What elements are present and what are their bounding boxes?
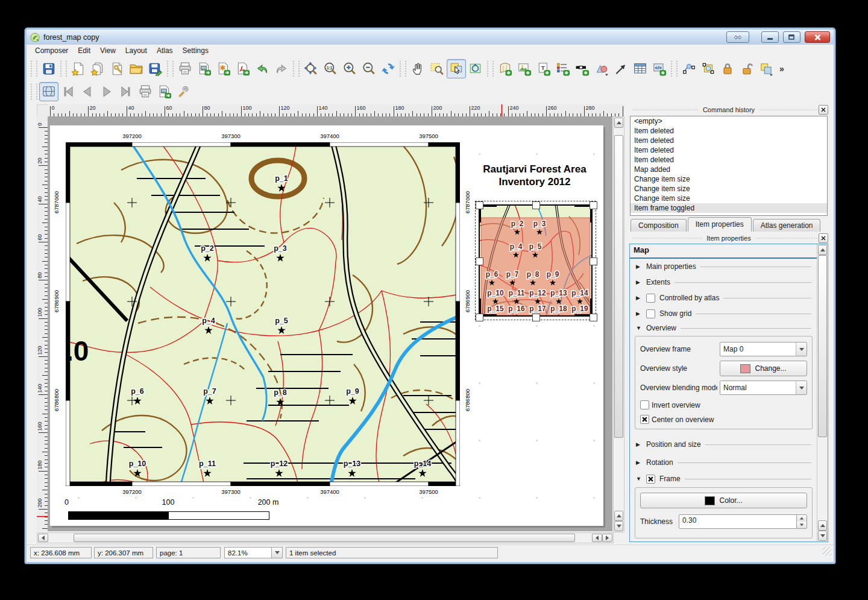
vertical-scroll-thumb[interactable] <box>614 135 623 438</box>
center-on-overview-checkbox[interactable] <box>640 415 649 424</box>
panel-scroll-thumb[interactable] <box>818 255 827 437</box>
tab-composition[interactable]: Composition <box>631 219 687 232</box>
selection-handle[interactable] <box>532 201 540 209</box>
more-toolbars-button[interactable]: » <box>776 64 788 74</box>
section-main-properties[interactable]: ▶ Main properties <box>630 259 817 274</box>
panel-scroll-down-button[interactable] <box>818 531 827 541</box>
dock-toggle-button[interactable] <box>726 31 749 43</box>
move-item-content-button[interactable] <box>466 59 485 78</box>
section-frame[interactable]: ▼ Frame <box>630 472 817 486</box>
group-items-button[interactable] <box>756 59 776 78</box>
redo-button[interactable] <box>272 59 291 78</box>
previous-feature-button[interactable] <box>78 82 97 101</box>
refresh-view-button[interactable] <box>379 59 398 78</box>
first-feature-button[interactable] <box>58 82 78 101</box>
add-new-scalebar-button[interactable] <box>573 59 592 78</box>
edit-nodes-item-button[interactable] <box>699 59 718 78</box>
command-history-close-icon[interactable] <box>819 105 828 115</box>
history-item[interactable]: Item deleted <box>631 155 827 165</box>
export-as-pdf-button[interactable] <box>233 59 253 78</box>
controlled-by-atlas-checkbox[interactable] <box>646 294 655 303</box>
zoom-in-button[interactable] <box>340 59 359 78</box>
history-item[interactable]: <empty> <box>631 116 827 126</box>
add-arrow-button[interactable] <box>611 59 631 78</box>
item-properties-close-icon[interactable] <box>819 233 828 243</box>
add-attribute-table-button[interactable] <box>631 59 650 78</box>
composition-manager-button[interactable] <box>107 59 127 78</box>
zoom-full-button[interactable] <box>301 59 321 78</box>
section-rotation[interactable]: ▶ Rotation <box>630 453 817 472</box>
zoom-region-button[interactable] <box>427 59 447 78</box>
atlas-settings-button[interactable] <box>174 82 193 101</box>
new-composition-button[interactable] <box>69 59 88 78</box>
scroll-down-button[interactable] <box>614 521 623 531</box>
print-button[interactable] <box>175 59 195 78</box>
section-position-and-size[interactable]: ▶ Position and size <box>630 435 817 453</box>
history-item[interactable]: Item deleted <box>631 145 827 155</box>
pan-button[interactable] <box>408 59 427 78</box>
export-as-image-button[interactable] <box>195 59 214 78</box>
command-history-titlebar[interactable]: Command history <box>628 104 829 115</box>
spin-up-icon[interactable] <box>797 515 807 522</box>
toolbar-grip[interactable] <box>400 61 406 77</box>
export-atlas-as-image-button[interactable] <box>155 82 174 101</box>
zoom-level-combobox[interactable]: 82.1% <box>224 547 283 558</box>
toolbar-grip[interactable] <box>60 61 67 77</box>
selection-handle[interactable] <box>476 201 483 209</box>
minimize-button[interactable] <box>761 31 779 43</box>
main-map-item[interactable]: .0 p_1p_1p_2p_2p_3p_3p_4p_4p_5p_5p_6p_6p… <box>66 142 460 486</box>
history-item[interactable]: Map added <box>631 165 827 174</box>
command-history-list[interactable]: <empty>Item deletedItem deletedItem dele… <box>630 116 828 216</box>
print-atlas-button[interactable] <box>136 82 155 101</box>
menu-composer[interactable]: Composer <box>30 45 73 56</box>
scroll-up-button-2[interactable] <box>614 511 623 521</box>
history-item[interactable]: Change item size <box>631 174 827 184</box>
duplicate-composition-button[interactable] <box>88 59 107 78</box>
toolbar-grip[interactable] <box>31 84 37 99</box>
last-feature-button[interactable] <box>116 82 136 101</box>
section-overview[interactable]: ▼ Overview <box>630 321 817 335</box>
section-controlled-by-atlas[interactable]: ▶ Controlled by atlas <box>630 290 817 306</box>
horizontal-scrollbar[interactable] <box>37 532 614 543</box>
title-bar[interactable]: forest_map copy <box>27 30 834 45</box>
history-item[interactable]: Item deleted <box>631 126 827 136</box>
selection-handle[interactable] <box>476 257 483 265</box>
save-button[interactable] <box>39 59 58 78</box>
frame-color-button[interactable]: Color... <box>640 493 807 508</box>
scroll-left-button-2[interactable] <box>592 534 602 542</box>
section-show-grid[interactable]: ▶ Show grid <box>630 306 817 321</box>
open-button[interactable] <box>127 59 146 78</box>
export-as-svg-button[interactable] <box>214 59 233 78</box>
restore-button[interactable] <box>783 31 800 43</box>
toolbar-grip[interactable] <box>167 61 174 77</box>
toolbar-grip[interactable] <box>31 61 37 77</box>
panel-scroll-up-button[interactable] <box>818 245 827 255</box>
unlock-all-items-button[interactable] <box>737 59 756 78</box>
add-html-frame-button[interactable]: </> <box>650 59 669 78</box>
overview-blending-combobox[interactable]: Normal <box>720 381 807 395</box>
overview-frame-combobox[interactable]: Map 0 <box>720 342 807 356</box>
menu-atlas[interactable]: Atlas <box>152 45 178 56</box>
add-new-map-button[interactable] <box>495 59 515 78</box>
scroll-left-button[interactable] <box>38 534 48 542</box>
add-basic-shape-button[interactable] <box>592 59 611 78</box>
horizontal-scroll-thumb[interactable] <box>74 534 575 542</box>
add-new-legend-button[interactable] <box>553 59 573 78</box>
scalebar-item[interactable] <box>68 511 268 519</box>
zoom-out-button[interactable] <box>359 59 379 78</box>
history-item[interactable]: Item frame toggled <box>631 203 827 213</box>
map-title-label[interactable]: Rautjarvi Forest Area Inventory 2012 <box>444 163 612 188</box>
scroll-right-button[interactable] <box>602 534 612 542</box>
composition-canvas[interactable]: .0 p_1p_1p_2p_2p_3p_3p_4p_4p_5p_5p_6p_6p… <box>48 116 612 531</box>
tab-item-properties[interactable]: Item properties <box>688 217 752 232</box>
next-feature-button[interactable] <box>97 82 116 101</box>
select-move-item-button[interactable] <box>447 59 466 78</box>
save-as-template-button[interactable] <box>146 59 165 78</box>
spin-down-icon[interactable] <box>797 522 807 528</box>
close-button[interactable] <box>805 31 830 43</box>
overview-style-change-button[interactable]: Change... <box>720 361 807 376</box>
show-grid-checkbox[interactable] <box>646 309 655 318</box>
history-item[interactable]: Change item size <box>631 184 827 194</box>
panel-scrollbar[interactable] <box>817 244 828 542</box>
frame-checkbox[interactable] <box>646 475 655 484</box>
